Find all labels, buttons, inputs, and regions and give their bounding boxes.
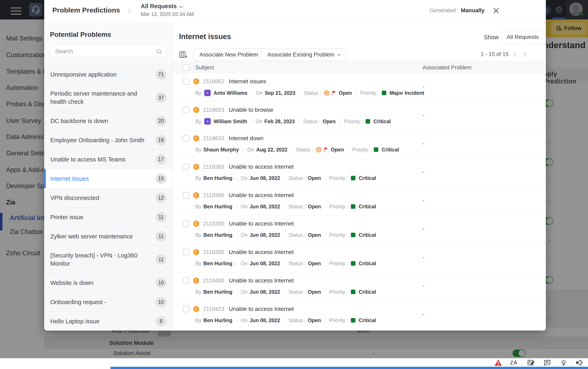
meta-separator bbox=[292, 146, 292, 153]
row-checkbox[interactable] bbox=[183, 220, 189, 227]
zia-icon[interactable] bbox=[510, 359, 519, 366]
request-row[interactable]: 2118693Unable to browseBy★William SmithO… bbox=[172, 102, 546, 130]
panel-title: Potential Problems bbox=[50, 31, 172, 39]
show-requests-dropdown[interactable]: All Requests bbox=[501, 30, 546, 44]
meta-separator bbox=[325, 175, 325, 181]
request-row[interactable]: 2118633Internet downByShaun MurphyOnAug … bbox=[172, 130, 546, 159]
meta-separator bbox=[236, 232, 237, 238]
compose-icon[interactable] bbox=[527, 359, 535, 366]
request-subject[interactable]: Unable to browse bbox=[229, 107, 273, 113]
potential-problem-item[interactable]: Periodic server maintenance and health c… bbox=[44, 84, 172, 111]
meta-label: Priority : bbox=[329, 204, 348, 210]
request-row[interactable]: 2118862Internet issuesBy★Anto WilliamsOn… bbox=[172, 73, 546, 102]
request-id: 2118390 bbox=[203, 221, 224, 227]
select-all-checkbox[interactable] bbox=[183, 64, 189, 71]
potential-problem-item[interactable]: DC backbone is down20 bbox=[44, 111, 172, 131]
request-subject[interactable]: Internet issues bbox=[229, 78, 266, 85]
request-title-line: 2118363Unable to access Internet bbox=[183, 163, 294, 171]
meta-label: Status : bbox=[304, 90, 321, 96]
requester-name: Ben Hurling bbox=[203, 232, 233, 238]
potential-problem-item[interactable]: Internet issues15 bbox=[44, 169, 172, 188]
row-checkbox[interactable] bbox=[183, 192, 189, 198]
priority-value: Critical bbox=[382, 147, 399, 153]
footer-cell[interactable] bbox=[523, 358, 539, 367]
potential-problem-item[interactable]: Employee Onboarding - John Smith18 bbox=[44, 131, 172, 150]
created-date: Jun 08, 2022 bbox=[250, 175, 280, 181]
request-subject[interactable]: Unable to access Internet bbox=[229, 220, 294, 227]
pagination: 1 - 15 of 15 bbox=[481, 51, 526, 58]
meta-separator bbox=[284, 289, 284, 295]
request-subject[interactable]: Unable to access Internet bbox=[229, 277, 294, 284]
associated-problem-column-header: Associated Problem bbox=[423, 64, 472, 71]
request-subject[interactable]: Unable to access Internet bbox=[229, 306, 294, 312]
potential-problem-item[interactable]: [Security breach] - VPN - Log360 Monitor… bbox=[44, 246, 172, 273]
meta-label: By bbox=[195, 289, 201, 295]
request-row[interactable]: 2118390Unable to access InternetByBen Hu… bbox=[172, 215, 546, 244]
problem-predictions-dialog: Problem Predictions › All Requests Mar 1… bbox=[44, 0, 546, 330]
potential-problem-item[interactable]: Onboarding request -10 bbox=[44, 292, 172, 312]
generated-timestamp: Mar 13, 2025 05:34 AM bbox=[141, 11, 194, 17]
previous-page-icon[interactable] bbox=[513, 52, 518, 57]
add-column-icon[interactable] bbox=[179, 50, 187, 59]
potential-problem-item[interactable]: Printer issue11 bbox=[44, 207, 172, 227]
potential-problem-item[interactable]: Website is down10 bbox=[44, 273, 172, 292]
meta-label: On bbox=[241, 175, 248, 181]
potential-problem-item[interactable]: Unresponsive application71 bbox=[44, 65, 172, 84]
footer-cell[interactable] bbox=[572, 358, 588, 367]
red-flag-icon bbox=[331, 90, 337, 96]
prediction-filter[interactable]: All Requests Mar 13, 2025 05:34 AM bbox=[141, 3, 194, 17]
potential-problem-item[interactable]: VPN disconnected12 bbox=[44, 188, 172, 207]
request-id: 2118862 bbox=[203, 78, 224, 85]
problem-count-badge: 71 bbox=[155, 69, 167, 80]
request-row[interactable]: 2118363Unable to access InternetByBen Hu… bbox=[172, 159, 546, 187]
chat-icon[interactable] bbox=[544, 359, 551, 366]
megaphone-icon[interactable] bbox=[576, 359, 584, 366]
problem-count-badge: 10 bbox=[155, 297, 167, 307]
request-id: 2118423 bbox=[203, 306, 224, 312]
filter-value[interactable]: All Requests bbox=[141, 3, 177, 10]
close-icon[interactable]: ✕ bbox=[491, 6, 501, 16]
potential-problem-item[interactable]: Unable to access MS Teams17 bbox=[44, 150, 172, 169]
row-checkbox[interactable] bbox=[183, 135, 189, 142]
next-page-icon[interactable] bbox=[522, 52, 527, 57]
request-row[interactable]: 2118395Unable to access InternetByBen Hu… bbox=[172, 244, 546, 272]
alert-triangle-icon[interactable] bbox=[494, 359, 502, 366]
incident-ticket-icon bbox=[193, 248, 200, 256]
status-value: Open bbox=[331, 147, 344, 153]
incident-ticket-icon bbox=[193, 305, 200, 313]
request-subject[interactable]: Unable to access Internet bbox=[229, 164, 294, 170]
meta-label: Status : bbox=[288, 232, 306, 238]
request-row[interactable]: 2118368Unable to access InternetByBen Hu… bbox=[172, 187, 546, 215]
request-row[interactable]: 2118400Unable to access InternetByBen Hu… bbox=[172, 272, 546, 301]
request-title-line: 2118395Unable to access Internet bbox=[183, 248, 294, 256]
potential-problem-item[interactable]: Hello Laptop Issue8 bbox=[44, 312, 172, 330]
footer-cell[interactable] bbox=[490, 358, 506, 367]
footer-cell[interactable] bbox=[539, 358, 555, 367]
associate-new-problem-button[interactable]: Associate New Problem bbox=[193, 49, 264, 61]
footer-cell[interactable] bbox=[506, 358, 523, 367]
associate-existing-problem-button[interactable]: Associate Existing Problem bbox=[262, 49, 346, 61]
request-subject[interactable]: Unable to access Internet bbox=[229, 192, 294, 198]
table-header: Subject Associated Problem bbox=[172, 62, 546, 73]
row-checkbox[interactable] bbox=[183, 306, 189, 312]
lightbulb-icon[interactable] bbox=[560, 359, 567, 366]
potential-problem-item[interactable]: Zylker web server maintenance11 bbox=[44, 227, 172, 246]
request-row[interactable]: 2118423Unable to access InternetByBen Hu… bbox=[172, 301, 546, 329]
red-flag-icon bbox=[324, 147, 329, 153]
row-checkbox[interactable] bbox=[183, 78, 189, 85]
meta-separator bbox=[284, 260, 284, 266]
row-checkbox[interactable] bbox=[183, 107, 189, 113]
request-subject[interactable]: Internet down bbox=[229, 135, 264, 142]
footer-cell[interactable] bbox=[555, 358, 572, 367]
meta-label: By bbox=[195, 261, 201, 266]
generated-info: Generated :Manually bbox=[430, 7, 485, 14]
request-subject[interactable]: Unable to access Internet bbox=[229, 249, 294, 256]
request-meta-line: ByBen HurlingOnJun 08, 2022Status :OpenP… bbox=[195, 289, 376, 295]
meta-label: On bbox=[255, 119, 262, 124]
request-meta-line: ByBen HurlingOnJun 08, 2022Status :OpenP… bbox=[195, 204, 376, 210]
search-input[interactable] bbox=[55, 45, 153, 58]
row-checkbox[interactable] bbox=[183, 249, 189, 256]
associated-problem-value: - bbox=[423, 311, 424, 318]
row-checkbox[interactable] bbox=[183, 164, 189, 170]
row-checkbox[interactable] bbox=[183, 277, 189, 284]
